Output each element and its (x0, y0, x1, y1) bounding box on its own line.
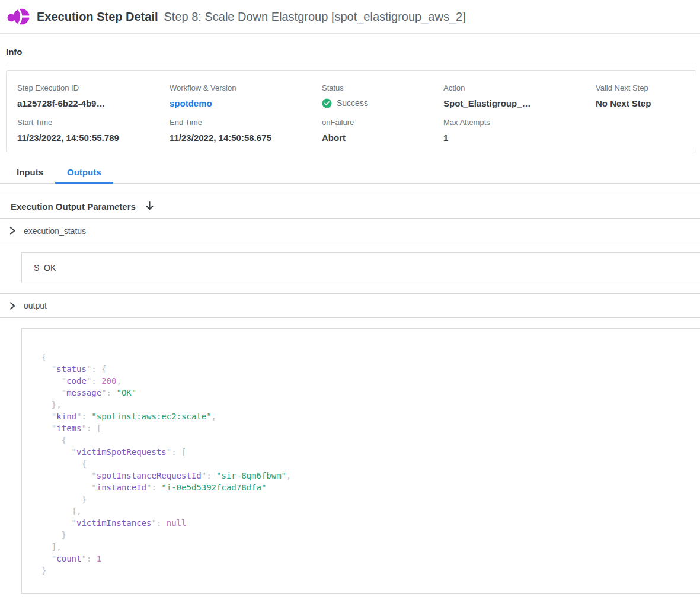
field-label: Valid Next Step (596, 84, 685, 92)
page-subtitle: Step 8: Scale Down Elastgroup [spot_elas… (164, 10, 466, 24)
field-workflow-version: Workflow & Version spotdemo (170, 84, 322, 108)
field-label: End Time (170, 118, 322, 127)
field-value: 11/23/2022, 14:50:55.789 (17, 133, 170, 143)
field-valid-next-step: Valid Next Step No Next Step (596, 84, 685, 108)
download-arrow-icon[interactable] (145, 201, 154, 211)
output-params-title: Execution Output Parameters (11, 201, 136, 211)
field-end-time: End Time 11/23/2022, 14:50:58.675 (170, 118, 322, 143)
param-name: execution_status (24, 226, 86, 236)
spot-logo-icon (7, 5, 30, 28)
field-label: Max Attempts (443, 118, 596, 127)
field-start-time: Start Time 11/23/2022, 14:50:55.789 (17, 118, 170, 143)
param-row-output[interactable]: output (0, 293, 700, 318)
workflow-link[interactable]: spotdemo (170, 98, 322, 108)
tab-inputs[interactable]: Inputs (5, 167, 55, 183)
page-title: Execution Step Detail (37, 10, 158, 24)
json-code: { "status": { "code": 200, "message": "O… (41, 351, 700, 576)
status-text: Success (337, 98, 368, 108)
info-section-title: Info (6, 47, 696, 57)
field-step-execution-id: Step Execution ID a125728f-6b22-4b9… (17, 84, 170, 108)
field-action: Action Spot_Elastigroup_… (443, 84, 596, 108)
param-name: output (24, 301, 47, 310)
output-json-box: { "status": { "code": 200, "message": "O… (21, 328, 700, 594)
field-value: 1 (443, 133, 596, 143)
tabs-bar: Inputs Outputs (0, 167, 700, 184)
chevron-right-icon (9, 302, 16, 310)
status-badge: Success (322, 98, 443, 108)
field-value: No Next Step (596, 98, 685, 108)
tab-outputs[interactable]: Outputs (55, 167, 113, 183)
field-status: Status Success (322, 84, 443, 108)
field-onfailure: onFailure Abort (322, 118, 443, 143)
success-check-icon (322, 98, 332, 108)
execution-status-value-box: S_OK (21, 252, 700, 283)
outputs-panel: Execution Output Parameters execution_st… (0, 194, 700, 594)
info-divider (6, 63, 696, 63)
field-label: Workflow & Version (170, 84, 322, 92)
field-label: Action (443, 84, 596, 92)
field-label: Status (322, 84, 443, 92)
field-label: Step Execution ID (17, 84, 170, 92)
chevron-right-icon (9, 227, 16, 235)
field-max-attempts: Max Attempts 1 (443, 118, 596, 143)
field-label: Start Time (17, 118, 170, 127)
output-params-header: Execution Output Parameters (0, 194, 700, 219)
field-value: Spot_Elastigroup_… (443, 98, 596, 108)
info-card: Step Execution ID a125728f-6b22-4b9… Wor… (6, 70, 696, 152)
app-header: Execution Step Detail Step 8: Scale Down… (0, 0, 700, 34)
field-value: 11/23/2022, 14:50:58.675 (170, 133, 322, 143)
param-row-execution-status[interactable]: execution_status (0, 219, 700, 243)
field-value: Abort (322, 133, 443, 143)
field-value: a125728f-6b22-4b9… (17, 98, 170, 108)
field-label: onFailure (322, 118, 443, 127)
execution-status-value: S_OK (34, 263, 56, 272)
